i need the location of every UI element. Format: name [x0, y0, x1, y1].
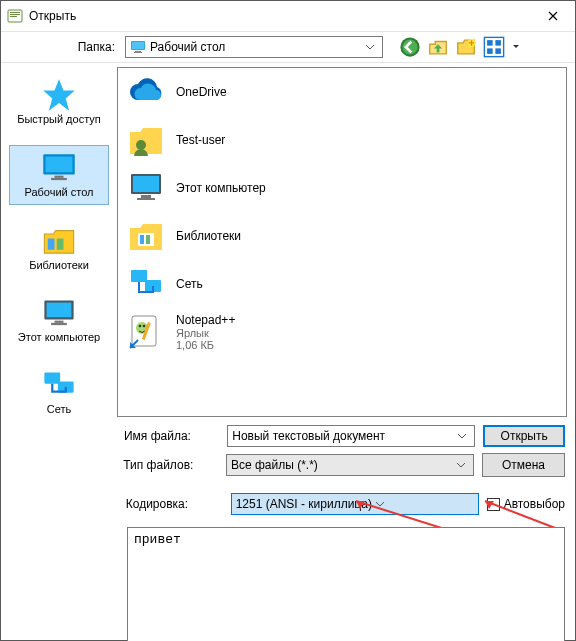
up-button[interactable] [427, 36, 449, 58]
chevron-down-icon [362, 45, 378, 50]
svg-rect-12 [487, 40, 493, 46]
cancel-button[interactable]: Отмена [482, 453, 565, 477]
svg-rect-17 [46, 157, 73, 173]
titlebar: Открыть [1, 1, 575, 32]
file-list[interactable]: OneDrive Test-user Этот компьютер Библио… [117, 67, 567, 417]
network-icon [126, 264, 166, 304]
desktop-icon [41, 152, 77, 184]
computer-icon [41, 297, 77, 329]
preview-textarea[interactable]: привет [127, 527, 565, 641]
svg-rect-34 [140, 235, 144, 244]
place-network[interactable]: Сеть [9, 363, 109, 421]
encoding-label: Кодировка: [126, 497, 223, 511]
svg-rect-18 [55, 176, 64, 178]
view-dropdown-icon[interactable] [511, 45, 521, 49]
auto-checkbox[interactable] [487, 498, 500, 511]
svg-rect-7 [134, 52, 142, 53]
places-bar: Быстрый доступ Рабочий стол Библиотеки Э… [1, 63, 117, 421]
svg-rect-25 [51, 323, 67, 325]
form-area: Имя файла: Новый текстовый документ Откр… [1, 421, 575, 641]
desktop-icon [130, 39, 146, 55]
svg-point-41 [143, 325, 146, 328]
place-libraries[interactable]: Библиотеки [9, 219, 109, 277]
svg-point-28 [136, 140, 146, 150]
svg-rect-3 [10, 16, 17, 17]
folder-combo[interactable]: Рабочий стол [125, 36, 383, 58]
svg-rect-5 [132, 42, 144, 49]
list-item[interactable]: Сеть [118, 260, 566, 308]
chevron-down-icon [454, 434, 470, 439]
list-item[interactable]: Notepad++ Ярлык 1,06 КБ [118, 308, 566, 356]
onedrive-icon [126, 72, 166, 112]
list-item[interactable]: Библиотеки [118, 212, 566, 260]
place-quick-access[interactable]: Быстрый доступ [9, 73, 109, 131]
network-icon [41, 369, 77, 401]
notepadpp-icon [126, 312, 166, 352]
svg-rect-1 [10, 12, 20, 13]
svg-rect-35 [146, 235, 150, 244]
svg-rect-19 [51, 178, 67, 180]
svg-rect-13 [495, 40, 501, 46]
open-dialog: Открыть Папка: Рабочий стол [0, 0, 576, 641]
filename-input[interactable]: Новый текстовый документ [227, 425, 475, 447]
svg-rect-24 [55, 321, 64, 323]
svg-rect-2 [10, 14, 20, 15]
chevron-down-icon [372, 502, 388, 507]
libraries-icon [126, 216, 166, 256]
svg-rect-6 [135, 51, 141, 52]
svg-rect-31 [141, 195, 151, 198]
chevron-down-icon [453, 463, 469, 468]
encoding-combo[interactable]: 1251 (ANSI - кириллица) [231, 493, 479, 515]
view-button[interactable] [483, 36, 505, 58]
filetype-label: Тип файлов: [123, 458, 218, 472]
svg-rect-32 [137, 198, 155, 200]
auto-label: Автовыбор [504, 497, 565, 511]
filetype-combo[interactable]: Все файлы (*.*) [226, 454, 474, 476]
svg-rect-23 [47, 303, 72, 318]
open-button[interactable]: Открыть [483, 425, 565, 447]
computer-icon [126, 168, 166, 208]
svg-rect-26 [44, 373, 60, 384]
svg-rect-15 [495, 48, 501, 54]
place-desktop[interactable]: Рабочий стол [9, 145, 109, 205]
svg-rect-30 [133, 176, 159, 192]
back-button[interactable] [399, 36, 421, 58]
toolbar-actions [399, 36, 521, 58]
folder-value: Рабочий стол [150, 40, 358, 54]
user-folder-icon [126, 120, 166, 160]
svg-rect-21 [57, 239, 64, 250]
svg-rect-14 [487, 48, 493, 54]
svg-rect-36 [131, 270, 147, 282]
star-icon [41, 79, 77, 111]
list-item[interactable]: Этот компьютер [118, 164, 566, 212]
place-this-pc[interactable]: Этот компьютер [9, 291, 109, 349]
new-folder-button[interactable] [455, 36, 477, 58]
window-title: Открыть [29, 9, 531, 23]
list-item[interactable]: OneDrive [118, 68, 566, 116]
folder-label: Папка: [9, 40, 121, 54]
filename-label: Имя файла: [124, 429, 219, 443]
libraries-icon [41, 225, 77, 257]
toolbar: Папка: Рабочий стол [1, 32, 575, 63]
app-icon [7, 8, 23, 24]
svg-rect-20 [48, 239, 55, 250]
list-item[interactable]: Test-user [118, 116, 566, 164]
close-button[interactable] [531, 1, 575, 31]
svg-point-40 [139, 325, 142, 328]
